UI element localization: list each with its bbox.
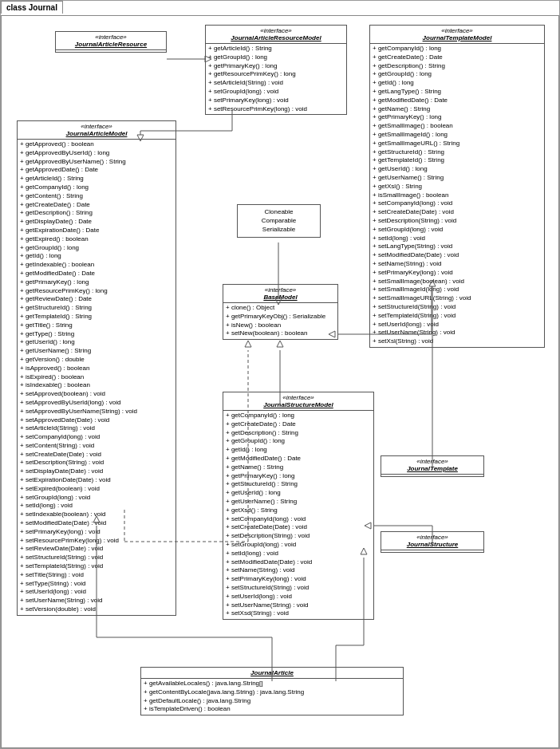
method-item: + getCreateDate() : Date: [226, 420, 371, 429]
classname: JournalArticle: [144, 669, 400, 676]
method-item: + isApproved() : boolean: [20, 365, 173, 373]
method-item: + getResourcePrimKey() : long: [20, 287, 173, 296]
method-item: + setSmallImageId(long) : void: [373, 286, 542, 294]
method-item: + getXsd() : String: [226, 507, 371, 515]
method-item: + isSmallImage() : boolean: [373, 191, 542, 200]
methods: [381, 550, 483, 552]
methods: Cloneable Comparable Serializable: [238, 205, 320, 237]
stereotype: «interface»: [227, 286, 334, 294]
method-item: + getId() : long: [373, 79, 542, 88]
method-item: + getContent() : String: [20, 192, 173, 201]
method-item: + setModifiedDate(Date) : void: [20, 519, 173, 528]
header: «interface» JournalStructureModel: [223, 392, 373, 411]
method-item: + setApprovedDate(Date) : void: [20, 416, 173, 425]
method-item: + getSmallImageId() : long: [373, 131, 542, 140]
method-item: + getXsl() : String: [373, 183, 542, 191]
method-item: + getPrimaryKeyObj() : Serializable: [226, 313, 335, 321]
method-item: + getExpirationDate() : Date: [20, 227, 173, 235]
method-item: + setDescription(String) : void: [373, 217, 542, 226]
method-item: + setId(long) : void: [226, 550, 371, 558]
classname: JournalStructureModel: [227, 401, 370, 408]
method-item: + getPrimaryKey() : long: [226, 472, 371, 481]
method-item: + setXsd(String) : void: [226, 609, 371, 618]
title-tab: class Journal: [1, 1, 63, 14]
method-item: + setLangType(String) : void: [373, 242, 542, 251]
method-item: + getDescription() : String: [373, 62, 542, 71]
method-item: + getGroupId() : long: [373, 70, 542, 79]
method-item: + getUserId() : long: [226, 489, 371, 498]
journal-template-model-box: «interface» JournalTemplateModel + getCo…: [369, 25, 545, 348]
header: «interface» JournalTemplate: [381, 456, 483, 475]
methods: + getAvailableLocales() : java.lang.Stri…: [141, 679, 403, 715]
method-item: + setCreateDate(Date) : void: [373, 208, 542, 217]
comparable-label: Comparable: [241, 217, 317, 226]
method-item: + setTitle(String) : void: [20, 571, 173, 580]
methods: + getApproved() : boolean+ getApprovedBy…: [18, 140, 175, 615]
method-item: + getDisplayDate() : Date: [20, 218, 173, 227]
journal-article-resource-model-box: «interface» JournalArticleResourceModel …: [205, 25, 347, 115]
method-item: + setName(String) : void: [226, 566, 371, 575]
journal-article-resource-box: «interface» JournalArticleResource: [55, 31, 167, 53]
method-item: + getDefaultLocale() : java.lang.String: [144, 697, 400, 706]
method-item: + getUserName() : String: [373, 174, 542, 183]
stereotype: «interface»: [385, 458, 480, 465]
method-item: + clone() : Object: [226, 304, 335, 313]
method-item: + getDescription() : String: [20, 209, 173, 218]
method-item: + setContent(String) : void: [20, 442, 173, 451]
header: «interface» JournalArticleResourceModel: [206, 26, 346, 44]
method-item: + setXsl(String) : void: [373, 337, 542, 346]
method-item: + getName() : String: [373, 105, 542, 114]
method-item: + setTemplateId(String) : void: [20, 562, 173, 571]
method-item: + setCompanyId(long) : void: [226, 515, 371, 524]
method-item: + getAvailableLocales() : java.lang.Stri…: [144, 680, 400, 688]
method-item: + getSmallImage() : boolean: [373, 122, 542, 131]
methods: [381, 475, 483, 476]
method-item: + isExpired() : boolean: [20, 373, 173, 382]
method-item: + getDescription() : String: [226, 429, 371, 438]
method-item: + setModifiedDate(Date) : void: [373, 251, 542, 260]
method-item: + getType() : String: [20, 330, 173, 339]
method-item: + setStructureId(String) : void: [20, 554, 173, 562]
method-item: + setPrimaryKey(long) : void: [20, 528, 173, 537]
journal-article-model-box: «interface» JournalArticleModel + getApp…: [17, 120, 176, 616]
method-item: + getTemplateId() : String: [20, 313, 173, 321]
method-item: + getApproved() : boolean: [20, 140, 173, 149]
method-item: + setUserId(long) : void: [373, 321, 542, 329]
header: «interface» BaseModel: [223, 285, 337, 303]
method-item: + setSmallImage(boolean) : void: [373, 278, 542, 286]
method-item: + setCreateDate(Date) : void: [20, 451, 173, 459]
method-item: + isIndexable() : boolean: [20, 381, 173, 390]
journal-template-box: «interface» JournalTemplate: [381, 455, 484, 477]
method-item: + setStructureId(String) : void: [226, 584, 371, 593]
method-item: + getIndexable() : boolean: [20, 261, 173, 270]
method-item: + getUserName() : String: [226, 498, 371, 507]
method-item: + getLangType() : String: [373, 88, 542, 97]
classname: JournalArticleResource: [59, 41, 163, 48]
method-item: + setGroupId(long) : void: [208, 88, 344, 97]
method-item: + setId(long) : void: [373, 235, 542, 243]
method-item: + getId() : long: [226, 446, 371, 455]
method-item: + getArticleId() : String: [20, 175, 173, 183]
journal-structure-box: «interface» JournalStructure: [381, 531, 484, 553]
method-item: + getUserId() : long: [373, 165, 542, 174]
method-item: + setName(String) : void: [373, 260, 542, 269]
method-item: + getTemplateId() : String: [373, 156, 542, 165]
method-item: + setApprovedByUserId(long) : void: [20, 399, 173, 408]
method-item: + getName() : String: [226, 463, 371, 472]
methods: [56, 50, 166, 52]
methods: + getArticleId() : String+ getGroupId() …: [206, 44, 346, 114]
method-item: + getModifiedDate() : Date: [20, 270, 173, 278]
base-model-box: «interface» BaseModel + clone() : Object…: [223, 284, 338, 340]
method-item: + setExpirationDate(Date) : void: [20, 476, 173, 485]
method-item: + getCreateDate() : Date: [373, 53, 542, 62]
method-item: + setExpired(boolean) : void: [20, 485, 173, 494]
method-item: + setDescription(String) : void: [20, 459, 173, 467]
method-item: + getStructureId() : String: [226, 480, 371, 489]
classname: JournalArticleModel: [21, 130, 172, 137]
method-item: + setApproved(boolean) : void: [20, 390, 173, 399]
stereotype: «interface»: [385, 534, 480, 541]
method-item: + setCompanyId(long) : void: [373, 199, 542, 208]
method-item: + getTitle() : String: [20, 321, 173, 330]
journal-structure-model-box: «interface» JournalStructureModel + getC…: [223, 392, 374, 620]
method-item: + getCompanyId() : long: [20, 183, 173, 192]
